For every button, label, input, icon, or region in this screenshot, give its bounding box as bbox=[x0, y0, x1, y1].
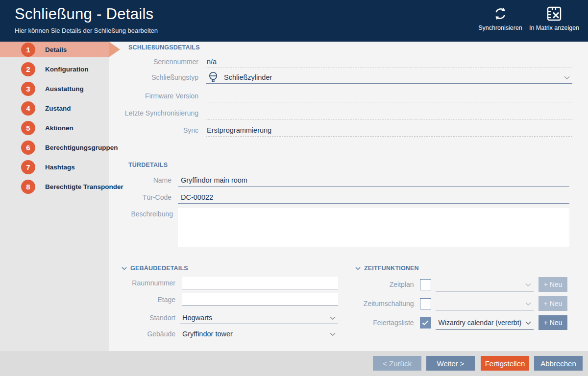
raumnummer-input[interactable] bbox=[182, 277, 338, 289]
sync-icon bbox=[492, 5, 508, 23]
step-number-badge: 4 bbox=[21, 101, 35, 116]
section-title-schliessungsdetails: SCHLIEßUNGSDETAILS bbox=[128, 44, 200, 51]
step-number-badge: 7 bbox=[21, 160, 35, 174]
show-in-matrix-button[interactable]: In Matrix anzeigen bbox=[527, 5, 581, 37]
etage-row: Etage bbox=[123, 293, 338, 306]
chevron-down-icon bbox=[330, 332, 336, 336]
name-row: Name Gryffindor main room bbox=[123, 174, 569, 187]
page-subtitle: Hier können Sie Details der Schließung b… bbox=[15, 27, 158, 34]
chevron-down-icon bbox=[355, 267, 361, 270]
feiertagsliste-row: Feiertagsliste Wizardry calendar (vererb… bbox=[343, 315, 567, 330]
sidebar-item-label: Ausstattung bbox=[45, 85, 84, 93]
sidebar-item-hashtags[interactable]: 7 Hashtags bbox=[0, 159, 109, 175]
chevron-down-icon bbox=[122, 267, 127, 270]
raumnummer-row: Raumnummer bbox=[123, 277, 338, 289]
name-input[interactable]: Gryffindor main room bbox=[178, 174, 569, 187]
beschreibung-textarea[interactable] bbox=[178, 208, 569, 247]
checkmark-icon bbox=[422, 320, 429, 326]
sidebar-item-berechtigte-transponder[interactable]: 8 Berechtigte Transponder bbox=[0, 179, 109, 194]
standort-value: Hogwarts bbox=[182, 314, 212, 322]
schliessungstyp-label: Schließungstyp bbox=[123, 73, 198, 81]
tuer-code-row: Tür-Code DC-00022 bbox=[123, 191, 569, 204]
schliessungstyp-row: Schließungstyp Schließzylinder bbox=[123, 71, 572, 84]
sidebar-item-ausstattung[interactable]: 3 Ausstattung bbox=[0, 81, 109, 96]
firmware-label: Firmware Version bbox=[123, 92, 198, 100]
etage-input[interactable] bbox=[182, 293, 338, 306]
schliessungstyp-select[interactable]: Schließzylinder bbox=[206, 71, 572, 84]
zeitumschaltung-checkbox[interactable] bbox=[420, 298, 431, 309]
show-in-matrix-label: In Matrix anzeigen bbox=[529, 24, 579, 31]
header-bar: Schließung - Details Hier können Sie Det… bbox=[0, 0, 588, 42]
sidebar-item-berechtigungsgruppen[interactable]: 6 Berechtigungsgruppen bbox=[0, 140, 109, 155]
tuer-code-input[interactable]: DC-00022 bbox=[178, 191, 569, 204]
sidebar-item-label: Details bbox=[45, 46, 67, 53]
chevron-down-icon bbox=[564, 76, 570, 79]
sidebar-item-konfiguration[interactable]: 2 Konfiguration bbox=[0, 61, 109, 77]
zeitumschaltung-neu-button: + Neu bbox=[539, 296, 567, 311]
matrix-icon bbox=[546, 5, 563, 23]
cylinder-icon bbox=[208, 71, 219, 83]
step-number-badge: 8 bbox=[21, 180, 35, 194]
step-number-badge: 2 bbox=[21, 62, 35, 76]
step-number-badge: 3 bbox=[21, 82, 35, 96]
etage-label: Etage bbox=[123, 296, 175, 304]
chevron-down-icon bbox=[525, 302, 531, 306]
sidebar-item-label: Berechtigte Transponder bbox=[45, 183, 123, 190]
abbrechen-button[interactable]: Abbrechen bbox=[534, 356, 583, 371]
weiter-button[interactable]: Weiter > bbox=[426, 356, 475, 371]
standort-label: Standort bbox=[123, 314, 175, 322]
sidebar-item-label: Aktionen bbox=[45, 124, 74, 132]
feiertagsliste-select[interactable]: Wizardry calendar (vererbt) bbox=[436, 315, 534, 330]
letzte-synchronisierung-value bbox=[206, 107, 572, 119]
chevron-down-icon bbox=[525, 321, 531, 325]
step-number-badge: 6 bbox=[21, 141, 35, 155]
gebaeude-select[interactable]: Gryffindor tower bbox=[180, 328, 338, 340]
sidebar-item-label: Zustand bbox=[45, 105, 71, 112]
feiertagsliste-neu-button[interactable]: + Neu bbox=[539, 315, 567, 330]
tuer-code-label: Tür-Code bbox=[123, 193, 172, 201]
sync-value: Erstprogrammierung bbox=[206, 124, 572, 137]
zeitumschaltung-row: Zeitumschaltung + Neu bbox=[343, 296, 567, 311]
feiertagsliste-checkbox[interactable] bbox=[420, 317, 431, 329]
fertigstellen-button[interactable]: Fertigstellen bbox=[481, 356, 529, 371]
feiertagsliste-label: Feiertagsliste bbox=[343, 319, 414, 327]
footer-bar: < Zurück Weiter > Fertigstellen Abbreche… bbox=[0, 351, 588, 376]
zeitplan-select bbox=[436, 277, 534, 292]
zurueck-button: < Zurück bbox=[373, 356, 421, 371]
seriennummer-label: Seriennummer bbox=[123, 58, 198, 66]
standort-row: Standort Hogwarts bbox=[123, 311, 338, 324]
raumnummer-label: Raumnummer bbox=[123, 279, 175, 287]
feiertagsliste-value: Wizardry calendar (vererbt) bbox=[439, 319, 522, 327]
firmware-row: Firmware Version bbox=[123, 90, 572, 102]
synchronize-button[interactable]: Synchronisieren bbox=[473, 5, 527, 37]
seriennummer-row: Seriennummer n/a bbox=[123, 55, 572, 68]
gebaeude-value: Gryffindor tower bbox=[182, 330, 233, 338]
sidebar-item-label: Hashtags bbox=[45, 164, 75, 171]
letzte-synchronisierung-label: Letzte Synchronisierung bbox=[123, 109, 198, 117]
sync-label: Sync bbox=[123, 126, 198, 134]
section-title-zeitfunktionen: ZEITFUNKTIONEN bbox=[364, 265, 419, 272]
section-header-zeitfunktionen[interactable]: ZEITFUNKTIONEN bbox=[355, 265, 419, 272]
section-header-gebaeudedetails[interactable]: GEBÄUDEDETAILS bbox=[122, 265, 188, 272]
name-label: Name bbox=[123, 176, 172, 184]
sidebar-item-zustand[interactable]: 4 Zustand bbox=[0, 100, 109, 116]
step-number-badge: 5 bbox=[21, 121, 35, 135]
zeitumschaltung-select bbox=[436, 296, 534, 311]
chevron-down-icon bbox=[525, 283, 531, 286]
sidebar-item-aktionen[interactable]: 5 Aktionen bbox=[0, 120, 109, 136]
sidebar-item-details[interactable]: 1 Details bbox=[0, 42, 109, 57]
zeitplan-label: Zeitplan bbox=[343, 281, 414, 288]
chevron-down-icon bbox=[330, 316, 336, 320]
beschreibung-label: Beschreibung bbox=[123, 210, 173, 218]
schliessungstyp-value: Schließzylinder bbox=[224, 73, 272, 81]
standort-select[interactable]: Hogwarts bbox=[180, 311, 338, 324]
zeitplan-checkbox[interactable] bbox=[420, 279, 431, 290]
section-title-gebaeudedetails: GEBÄUDEDETAILS bbox=[130, 265, 188, 272]
letzte-synchronisierung-row: Letzte Synchronisierung bbox=[123, 107, 572, 119]
step-number-badge: 1 bbox=[21, 43, 35, 57]
zeitplan-neu-button: + Neu bbox=[539, 277, 567, 292]
firmware-value bbox=[206, 90, 572, 102]
schliessung-details-window: Schließung - Details Hier können Sie Det… bbox=[0, 0, 588, 376]
gebaeude-row: Gebäude Gryffindor tower bbox=[123, 328, 338, 340]
zeitumschaltung-label: Zeitumschaltung bbox=[343, 300, 414, 307]
